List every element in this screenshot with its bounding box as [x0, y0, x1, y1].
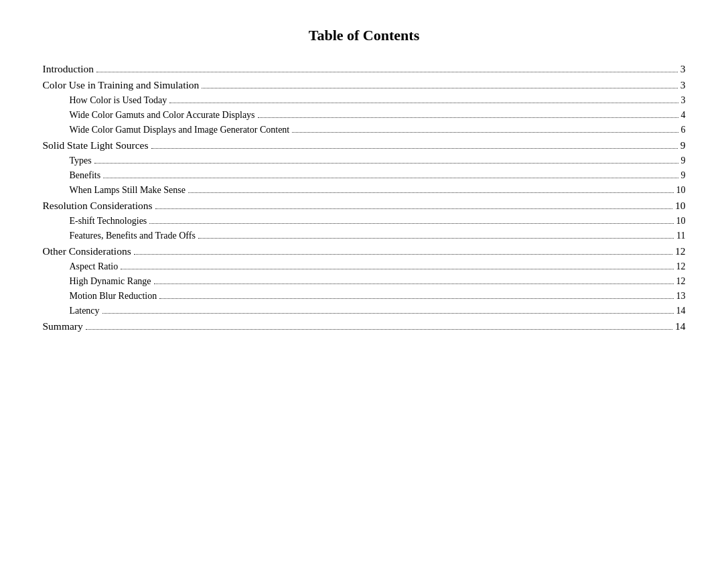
toc-entry: Color Use in Training and Simulation3 — [43, 79, 686, 91]
toc-entry: High Dynamic Range12 — [43, 276, 686, 287]
toc-entry-label: Resolution Considerations — [43, 200, 153, 212]
toc-entry-page: 9 — [680, 139, 686, 151]
toc-entry-dots — [198, 238, 674, 239]
toc-entry: How Color is Used Today3 — [43, 95, 686, 106]
toc-entry-dots — [154, 284, 674, 284]
toc-entry-dots — [202, 88, 677, 88]
toc-entry: Solid State Light Sources9 — [43, 139, 686, 151]
toc-entry: When Lamps Still Make Sense10 — [43, 185, 686, 196]
toc-entry-label: Solid State Light Sources — [43, 139, 149, 151]
toc-entry-page: 9 — [681, 155, 686, 166]
toc-entry: Latency14 — [43, 306, 686, 316]
toc-entry-label: E-shift Technologies — [70, 216, 147, 227]
toc-entry-label: When Lamps Still Make Sense — [70, 185, 186, 196]
toc-entry-label: Introduction — [43, 63, 94, 75]
toc-entry-page: 4 — [681, 110, 686, 121]
toc-entry-dots — [149, 223, 673, 224]
toc-entry-label: Features, Benefits and Trade Offs — [70, 231, 196, 241]
toc-entry: Aspect Ratio12 — [43, 261, 686, 272]
toc-entry-page: 14 — [676, 306, 686, 316]
toc-entry-page: 3 — [681, 95, 686, 106]
toc-entry-dots — [155, 208, 672, 209]
toc-entry: Summary14 — [43, 320, 686, 332]
toc-entry-page: 10 — [675, 200, 686, 212]
toc-entries: Introduction3Color Use in Training and S… — [43, 63, 686, 332]
toc-entry-page: 10 — [676, 216, 686, 227]
toc-entry-page: 6 — [681, 125, 686, 135]
toc-entry-dots — [86, 329, 672, 330]
toc-entry-dots — [188, 192, 674, 193]
toc-entry-label: Latency — [70, 306, 100, 316]
toc-entry-dots — [258, 117, 678, 118]
toc-entry: Benefits9 — [43, 170, 686, 181]
toc-entry-label: Wide Color Gamuts and Color Accurate Dis… — [70, 110, 255, 121]
toc-entry: Introduction3 — [43, 63, 686, 75]
toc-entry-dots — [121, 269, 673, 269]
toc-entry-label: Types — [70, 155, 92, 166]
toc-entry-dots — [102, 313, 674, 314]
toc-entry: Motion Blur Reduction13 — [43, 291, 686, 302]
toc-page: Table of Contents Introduction3Color Use… — [43, 27, 686, 336]
toc-entry-dots — [292, 132, 678, 133]
toc-entry-page: 9 — [681, 170, 686, 181]
toc-entry-page: 14 — [675, 320, 686, 332]
toc-entry: Types9 — [43, 155, 686, 166]
toc-entry-page: 10 — [676, 185, 686, 196]
toc-entry-page: 3 — [680, 63, 686, 75]
toc-entry-label: Benefits — [70, 170, 101, 181]
toc-entry: Wide Color Gamuts and Color Accurate Dis… — [43, 110, 686, 121]
toc-entry-label: Motion Blur Reduction — [70, 291, 157, 302]
toc-entry-page: 3 — [680, 79, 686, 91]
toc-entry-label: Summary — [43, 320, 83, 332]
toc-entry-page: 12 — [676, 261, 686, 272]
toc-entry-page: 11 — [676, 231, 685, 241]
toc-entry-label: Wide Color Gamut Displays and Image Gene… — [70, 125, 290, 135]
toc-entry-dots — [103, 178, 678, 178]
toc-entry-page: 12 — [676, 276, 686, 287]
toc-entry: Resolution Considerations10 — [43, 200, 686, 212]
toc-entry: E-shift Technologies10 — [43, 216, 686, 227]
toc-entry-label: Aspect Ratio — [70, 261, 119, 272]
toc-entry: Wide Color Gamut Displays and Image Gene… — [43, 125, 686, 135]
toc-entry: Features, Benefits and Trade Offs11 — [43, 231, 686, 241]
toc-entry-label: Color Use in Training and Simulation — [43, 79, 200, 91]
toc-entry-page: 13 — [676, 291, 686, 302]
toc-entry-dots — [159, 298, 673, 299]
toc-title: Table of Contents — [43, 27, 686, 44]
toc-entry-page: 12 — [675, 245, 686, 257]
toc-entry: Other Considerations12 — [43, 245, 686, 257]
toc-entry-label: How Color is Used Today — [70, 95, 167, 106]
toc-entry-dots — [94, 163, 678, 164]
toc-entry-dots — [169, 103, 678, 103]
toc-entry-label: High Dynamic Range — [70, 276, 151, 287]
toc-entry-dots — [134, 254, 672, 255]
toc-entry-dots — [151, 148, 678, 149]
toc-entry-label: Other Considerations — [43, 245, 131, 257]
toc-entry-dots — [96, 72, 678, 72]
